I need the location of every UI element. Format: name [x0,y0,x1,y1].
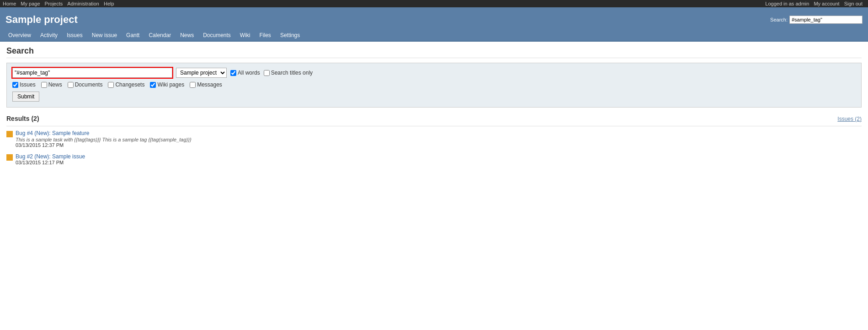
search-form: Sample project All projects All words Se… [6,63,862,108]
tab-gantt[interactable]: Gantt [122,30,144,41]
checkbox-wiki-pages: Wiki pages [150,81,184,88]
all-words-option: All words [230,70,260,76]
result-title-link[interactable]: Bug #4 (New): Sample feature [16,130,89,136]
wiki-pages-checkbox[interactable] [150,82,156,88]
tab-news[interactable]: News [176,30,198,41]
results-type-link[interactable]: Issues (2) [837,116,862,122]
nav-help[interactable]: Help [104,1,114,6]
header: Sample project Search: [0,7,868,30]
checkbox-messages: Messages [190,81,222,88]
search-input[interactable] [12,68,172,78]
checkbox-news: News [41,81,62,88]
titles-only-option: Search titles only [264,70,313,76]
top-navigation: Home My page Projects Administration Hel… [0,0,868,7]
result-title-link[interactable]: Bug #2 (New): Sample issue [16,153,85,160]
result-excerpt: This is a sample task with {{tag(tags)}}… [16,137,192,142]
tab-overview[interactable]: Overview [4,30,36,41]
result-date: 03/13/2015 12:37 PM [16,142,192,148]
titles-only-checkbox[interactable] [264,70,270,76]
changesets-label: Changesets [115,81,144,88]
news-label: News [48,81,62,88]
news-checkbox[interactable] [41,82,47,88]
search-checkboxes-row: Issues News Documents Changesets Wiki pa… [12,81,856,88]
header-search-area: Search: [770,16,863,24]
results-divider [6,126,862,126]
my-account-link[interactable]: My account [814,1,839,6]
result-bug-icon [6,131,13,137]
changesets-checkbox[interactable] [108,82,114,88]
issues-checkbox[interactable] [12,82,18,88]
project-navigation: Overview Activity Issues New issue Gantt… [0,30,868,42]
submit-button[interactable]: Submit [12,92,39,102]
nav-administration[interactable]: Administration [67,1,99,6]
result-body: Bug #4 (New): Sample feature This is a s… [16,130,192,148]
tab-new-issue[interactable]: New issue [87,30,122,41]
tab-settings[interactable]: Settings [276,30,304,41]
checkbox-documents: Documents [68,81,103,88]
tab-files[interactable]: Files [255,30,276,41]
result-item: Bug #2 (New): Sample issue 03/13/2015 12… [6,153,862,165]
issues-label: Issues [20,81,36,88]
page-title: Search [6,46,862,58]
top-nav-links: Home My page Projects Administration Hel… [3,1,117,6]
nav-projects[interactable]: Projects [45,1,63,6]
main-content: Search Sample project All projects All w… [0,42,868,175]
logged-in-status: Logged in as admin [765,1,809,6]
documents-label: Documents [75,81,103,88]
search-input-row: Sample project All projects All words Se… [12,68,856,78]
header-search-label: Search: [770,17,788,22]
nav-mypage[interactable]: My page [21,1,40,6]
result-body: Bug #2 (New): Sample issue 03/13/2015 12… [16,153,85,165]
messages-checkbox[interactable] [190,82,196,88]
tab-activity[interactable]: Activity [36,30,62,41]
nav-home[interactable]: Home [3,1,16,6]
checkbox-changesets: Changesets [108,81,144,88]
messages-label: Messages [197,81,222,88]
results-header: Results (2) Issues (2) [6,115,862,122]
documents-checkbox[interactable] [68,82,74,88]
checkbox-issues: Issues [12,81,36,88]
header-search-input[interactable] [789,16,863,24]
scope-select[interactable]: Sample project All projects [176,68,227,78]
result-date: 03/13/2015 12:17 PM [16,160,85,165]
wiki-pages-label: Wiki pages [157,81,184,88]
project-title: Sample project [5,14,78,26]
all-words-label: All words [238,70,260,76]
result-item: Bug #4 (New): Sample feature This is a s… [6,130,862,148]
tab-documents[interactable]: Documents [198,30,235,41]
tab-issues[interactable]: Issues [62,30,87,41]
result-bug-icon [6,154,13,161]
results-count: Results (2) [6,115,39,122]
sign-out-link[interactable]: Sign out [844,1,863,6]
all-words-checkbox[interactable] [230,70,236,76]
titles-only-label: Search titles only [271,70,313,76]
tab-calendar[interactable]: Calendar [144,30,176,41]
top-nav-right: Logged in as admin My account Sign out [765,1,865,6]
tab-wiki[interactable]: Wiki [235,30,255,41]
